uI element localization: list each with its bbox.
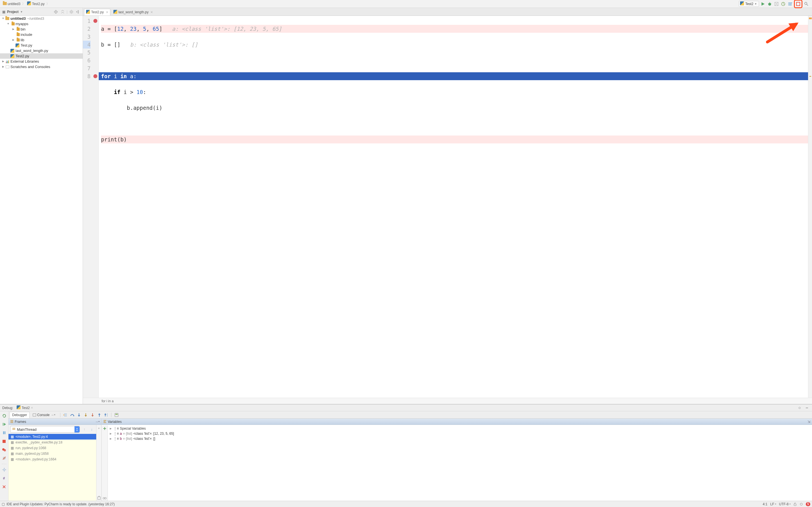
concurrency-diagram-button[interactable]	[787, 1, 793, 7]
new-watch-button[interactable]	[103, 427, 107, 431]
debugger-tab-console[interactable]: Console →•	[30, 412, 58, 418]
view-breakpoints-button[interactable]	[1, 447, 7, 453]
close-icon[interactable]: ✕	[150, 10, 153, 14]
frame-item[interactable]: ▦main, pydevd.py:1658	[8, 451, 96, 456]
project-tree[interactable]: ▼untitled3~/untitled3 ▼myapps ▶bin inclu…	[0, 16, 83, 404]
hide-button[interactable]	[804, 405, 810, 411]
frames-list[interactable]: ▦<module>, Test2.py:4 ▦execfile, _pydev_…	[8, 434, 96, 501]
lock-icon	[793, 503, 797, 506]
next-frame-button[interactable]: ↓	[89, 427, 95, 432]
search-everywhere-button[interactable]	[804, 1, 809, 7]
collapse-all-button[interactable]	[60, 9, 65, 15]
svg-rect-48	[115, 413, 118, 417]
debug-button[interactable]	[767, 1, 772, 7]
scratches-node[interactable]: ▶Scratches and Consoles	[0, 64, 83, 69]
run-configuration-selector[interactable]: Test2 ▼	[739, 1, 759, 7]
prev-frame-button[interactable]: ↑	[81, 427, 87, 432]
profile-button[interactable]	[780, 1, 786, 7]
code-editor[interactable]: a = [12, 23, 5, 65] a: <class 'list'>: […	[99, 16, 808, 398]
run-with-coverage-button[interactable]	[774, 1, 779, 7]
file-node[interactable]: Test.py	[0, 43, 83, 48]
breadcrumb-file[interactable]: Test2.py	[26, 1, 45, 6]
search-icon	[804, 2, 809, 6]
frame-item[interactable]: ▦<module>, pydevd.py:1664	[8, 456, 96, 462]
restore-layout-icon[interactable]: ⇲	[808, 420, 810, 424]
hide-button[interactable]	[75, 9, 81, 15]
restore-layout-icon[interactable]: →•	[95, 420, 100, 424]
inspections-toggle[interactable]	[800, 503, 803, 506]
close-button[interactable]	[1, 484, 7, 490]
run-button[interactable]	[760, 1, 766, 7]
folder-node[interactable]: ▶bin	[0, 26, 83, 32]
scroll-up-icon[interactable]: ▲	[98, 427, 100, 429]
project-tool-toggle-icon[interactable]: ▣	[2, 10, 5, 14]
folder-node[interactable]: include	[0, 32, 83, 37]
rerun-button[interactable]	[1, 413, 7, 418]
pin-button[interactable]	[1, 475, 7, 481]
force-step-into-button[interactable]	[90, 412, 96, 418]
editor-tab-active[interactable]: Test2.py ✕	[84, 9, 110, 15]
caret-position[interactable]: 4:1	[763, 502, 767, 506]
breadcrumb-project[interactable]: untitled3	[2, 2, 21, 6]
thread-selector[interactable]: MainThread ▲▼	[10, 426, 80, 433]
debugger-tab-debugger[interactable]: Debugger	[10, 412, 29, 418]
line-separator[interactable]: LF▾	[770, 502, 776, 506]
stop-icon	[796, 2, 800, 6]
run-to-cursor-button[interactable]	[103, 412, 109, 418]
evaluate-expression-button[interactable]	[114, 412, 119, 418]
external-libraries-node[interactable]: ▶External Libraries	[0, 59, 83, 64]
step-over-button[interactable]	[69, 412, 75, 418]
pause-button[interactable]	[1, 430, 7, 436]
settings-button[interactable]	[797, 405, 802, 411]
frame-item[interactable]: ▦run, pydevd.py:1068	[8, 445, 96, 451]
step-out-button[interactable]	[97, 412, 102, 418]
variable-row[interactable]: ▶⋮≡a = {list} <class 'list'>: [12, 23, 5…	[108, 431, 812, 436]
close-icon[interactable]: ✕	[31, 406, 33, 409]
step-into-button[interactable]	[76, 412, 82, 418]
editor-error-stripe[interactable]	[808, 16, 812, 398]
variables-list[interactable]: ▶⋮≡Special Variables ▶⋮≡a = {list} <clas…	[108, 426, 812, 501]
file-node-selected[interactable]: Test2.py	[0, 53, 83, 59]
settings-button[interactable]	[69, 9, 74, 15]
close-icon[interactable]: ✕	[106, 10, 108, 14]
frame-item[interactable]: ▦<module>, Test2.py:4	[8, 434, 96, 440]
stepper-arrows-icon[interactable]: ▲▼	[74, 426, 79, 433]
layout-settings-button[interactable]	[1, 467, 7, 472]
folder-node[interactable]: ▶lib	[0, 37, 83, 43]
file-encoding[interactable]: UTF-8▾	[779, 502, 791, 506]
gutter-line[interactable]: 8	[83, 72, 90, 80]
tool-windows-toggle-icon[interactable]: ▢	[2, 502, 5, 506]
debug-config-tab[interactable]: Test2 ✕	[15, 405, 35, 411]
project-root-node[interactable]: ▼untitled3~/untitled3	[0, 16, 83, 21]
read-only-toggle[interactable]	[793, 503, 797, 506]
svg-point-63	[105, 497, 106, 499]
folder-icon	[10, 22, 15, 26]
show-execution-point-button[interactable]	[63, 412, 68, 418]
gutter-line[interactable]: 7	[83, 64, 90, 72]
editor-gutter[interactable]: 1 2 3 4 5 6 7 8	[83, 16, 99, 398]
file-node[interactable]: last_word_length.py	[0, 48, 83, 53]
frame-item[interactable]: ▦execfile, _pydev_execfile.py:18	[8, 440, 96, 445]
variable-row[interactable]: ▶⋮≡b = {list} <class 'list'>: []	[108, 436, 812, 441]
stop-button[interactable]	[1, 438, 7, 444]
mute-breakpoints-button[interactable]	[1, 455, 7, 461]
chevron-down-icon[interactable]: ▼	[20, 10, 23, 13]
show-watches-button[interactable]	[103, 496, 107, 501]
svg-line-4	[771, 3, 771, 4]
editor-breadcrumb-strip[interactable]: for i in a	[83, 398, 812, 404]
gutter-line[interactable]: 1	[83, 17, 90, 25]
step-into-my-code-button[interactable]	[83, 412, 88, 418]
locate-file-button[interactable]	[53, 9, 59, 15]
gutter-line-exec[interactable]: 4	[83, 41, 90, 49]
gutter-line[interactable]: 5	[83, 49, 90, 56]
resume-button[interactable]	[1, 421, 7, 427]
export-threads-button[interactable]	[97, 496, 101, 501]
stop-button[interactable]	[795, 1, 801, 7]
gutter-line[interactable]: 6	[83, 56, 90, 64]
variable-row[interactable]: ▶⋮≡Special Variables	[108, 426, 812, 431]
gutter-line[interactable]: 3	[83, 33, 90, 41]
editor-tab[interactable]: last_word_length.py ✕	[112, 9, 155, 15]
folder-node[interactable]: ▼myapps	[0, 21, 83, 26]
notifications-button[interactable]: 5	[806, 502, 810, 506]
gutter-line[interactable]: 2	[83, 25, 90, 33]
